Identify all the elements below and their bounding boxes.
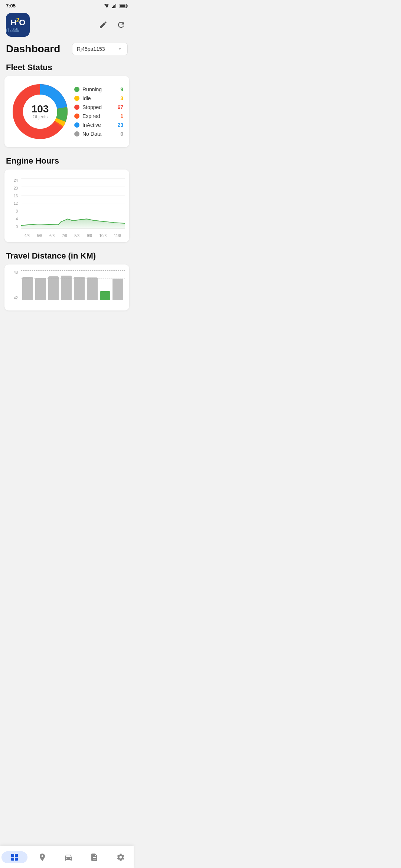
- inactive-dot: [74, 122, 79, 128]
- battery-icon: [120, 4, 128, 8]
- fleet-status-title: Fleet Status: [0, 60, 134, 76]
- nodata-label: No Data: [82, 131, 101, 137]
- status-time: 7:05: [6, 3, 16, 9]
- bar-2: [35, 278, 46, 300]
- expired-value: 1: [120, 113, 123, 119]
- donut-label: Objects: [32, 114, 49, 119]
- idle-value: 3: [120, 95, 123, 101]
- engine-chart-area: 24 20 16 12 8 4 0: [9, 178, 125, 238]
- expired-dot: [74, 114, 79, 119]
- logo-container: H2O VEHICLE TRACKER: [6, 13, 30, 37]
- stopped-dot: [74, 105, 79, 110]
- svg-rect-1: [113, 6, 114, 8]
- inactive-value: 23: [117, 122, 123, 128]
- running-value: 9: [120, 86, 123, 92]
- y-label-4: 4: [16, 217, 18, 221]
- x-label-10-8: 10/8: [100, 234, 107, 238]
- x-label-11-8: 11/8: [114, 234, 121, 238]
- x-label-4-8: 4/8: [25, 234, 30, 238]
- refresh-icon: [117, 20, 125, 29]
- engine-x-axis: 4/8 5/8 6/8 7/8 8/8 9/8 10/8 11/8: [21, 234, 125, 238]
- travel-distance-section: Travel Distance (in KM) 48 42: [0, 248, 134, 310]
- status-bar: 7:05: [0, 0, 134, 11]
- donut-chart: 103 Objects: [10, 82, 70, 141]
- legend-item-stopped: Stopped 67: [74, 104, 123, 110]
- page-title-row: Dashboard Rj45pa1153: [0, 40, 134, 60]
- engine-hours-section: Engine Hours 24 20 16 12 8 4 0: [0, 153, 134, 242]
- account-selector[interactable]: Rj45pa1153: [72, 43, 128, 55]
- fleet-status-inner: 103 Objects Running 9: [10, 82, 123, 141]
- status-icons: [104, 4, 128, 8]
- dashed-line-42: [21, 279, 125, 279]
- idle-label: Idle: [82, 95, 91, 101]
- svg-rect-3: [115, 4, 116, 8]
- idle-dot: [74, 96, 79, 101]
- logo-h2o-text: H2O: [11, 17, 25, 27]
- main-content: Fleet Status: [0, 60, 134, 342]
- travel-bar-chart: 48 42: [9, 270, 125, 308]
- travel-distance-title: Travel Distance (in KM): [0, 248, 134, 264]
- bar-4: [61, 276, 72, 300]
- legend-item-idle: Idle 3: [74, 95, 123, 101]
- legend-item-expired: Expired 1: [74, 113, 123, 119]
- engine-y-axis: 24 20 16 12 8 4 0: [9, 178, 19, 229]
- donut-total: 103: [32, 104, 49, 114]
- y-label-16: 16: [14, 194, 18, 198]
- x-label-8-8: 8/8: [74, 234, 79, 238]
- nodata-dot: [74, 131, 79, 137]
- engine-hours-title: Engine Hours: [0, 153, 134, 170]
- legend-item-nodata: No Data 0: [74, 131, 123, 137]
- bar-5: [74, 277, 85, 300]
- travel-y-48: 48: [14, 270, 18, 274]
- y-label-12: 12: [14, 201, 18, 206]
- running-label: Running: [82, 86, 102, 92]
- svg-rect-0: [112, 7, 113, 8]
- y-label-0: 0: [16, 225, 18, 229]
- refresh-button[interactable]: [114, 18, 128, 32]
- bar-1: [22, 277, 33, 300]
- travel-y-axis: 48 42: [9, 270, 19, 300]
- app-header: H2O VEHICLE TRACKER: [0, 11, 134, 40]
- fleet-status-card: 103 Objects Running 9: [4, 76, 129, 147]
- y-label-24: 24: [14, 178, 18, 183]
- signal-icon: [112, 4, 117, 8]
- engine-chart-inner: [21, 178, 125, 229]
- x-label-5-8: 5/8: [37, 234, 42, 238]
- selector-value: Rj45pa1153: [77, 46, 105, 52]
- bar-8: [113, 279, 123, 300]
- nodata-value: 0: [120, 131, 123, 137]
- svg-rect-7: [120, 4, 125, 7]
- y-label-8: 8: [16, 209, 18, 213]
- donut-center: 103 Objects: [32, 104, 49, 119]
- dashed-line-48: [21, 270, 125, 271]
- stopped-value: 67: [117, 104, 123, 110]
- expired-label: Expired: [82, 113, 100, 119]
- fleet-legend: Running 9 Idle 3 Stopp: [74, 86, 123, 137]
- chevron-down-icon: [117, 46, 123, 52]
- travel-bars-container: [21, 270, 125, 300]
- fleet-status-section: Fleet Status: [0, 60, 134, 147]
- engine-hours-card: 24 20 16 12 8 4 0: [4, 170, 129, 242]
- x-label-9-8: 9/8: [87, 234, 92, 238]
- legend-item-inactive: InActive 23: [74, 122, 123, 128]
- stopped-label: Stopped: [82, 104, 102, 110]
- bar-6: [87, 277, 98, 300]
- travel-y-42: 42: [14, 296, 18, 300]
- app-logo: H2O VEHICLE TRACKER: [6, 13, 30, 37]
- bar-3: [48, 276, 59, 300]
- bar-7-green: [100, 291, 111, 300]
- legend-item-running: Running 9: [74, 86, 123, 92]
- svg-rect-4: [117, 4, 117, 8]
- page-title: Dashboard: [6, 43, 60, 55]
- svg-rect-6: [127, 5, 128, 7]
- x-label-6-8: 6/8: [49, 234, 55, 238]
- edit-button[interactable]: [97, 18, 110, 32]
- x-label-7-8: 7/8: [62, 234, 67, 238]
- svg-rect-2: [114, 5, 115, 8]
- y-label-20: 20: [14, 186, 18, 190]
- running-dot: [74, 87, 79, 92]
- logo-subtitle: VEHICLE TRACKER: [6, 28, 30, 32]
- wifi-icon: [104, 4, 110, 8]
- inactive-label: InActive: [82, 122, 101, 128]
- header-icons: [97, 18, 128, 32]
